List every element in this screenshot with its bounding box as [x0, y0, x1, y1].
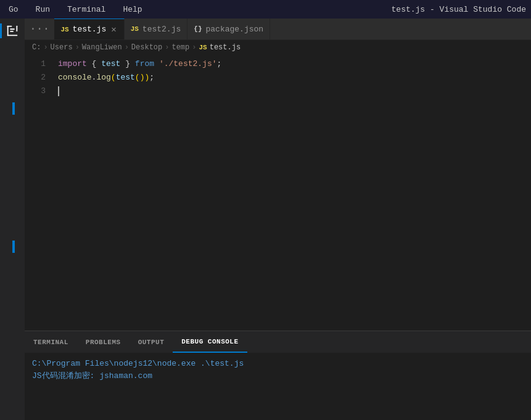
menu-run[interactable]: Run: [32, 4, 54, 15]
token-string: './test2.js': [159, 57, 217, 71]
token-paren3: ): [140, 71, 145, 84]
panel-content: C:\Program Files\nodejs12\node.exe .\tes…: [25, 353, 531, 420]
menu-help[interactable]: Help: [119, 4, 146, 15]
token-log: log: [96, 71, 110, 84]
main-container: ··· JS test.js ✕ JS test2.js {} package.…: [0, 19, 531, 420]
tab-test-js-close[interactable]: ✕: [110, 23, 117, 36]
text-cursor: [58, 86, 59, 96]
token-paren4: ): [144, 71, 149, 84]
tab-package-json-label: package.json: [205, 25, 263, 34]
tab-test-js[interactable]: JS test.js ✕: [54, 19, 124, 39]
token-semi2: ;: [149, 71, 154, 84]
debug-marker-2: [12, 241, 15, 253]
code-line-2: console . log ( test ( ) ) ;: [58, 71, 531, 84]
breadcrumb-js-icon: JS: [199, 44, 207, 51]
menu-terminal[interactable]: Terminal: [64, 4, 109, 15]
token-from: from: [135, 57, 154, 71]
tab-package-json-icon: {}: [194, 25, 202, 33]
breadcrumb-c[interactable]: C:: [32, 43, 41, 52]
svg-rect-3: [16, 26, 17, 31]
line-numbers: 1 2 3: [25, 57, 56, 328]
code-content[interactable]: import { test } from './test2.js' ; cons…: [56, 57, 531, 328]
breadcrumb-sep3: ›: [125, 43, 129, 52]
activity-bar: [0, 19, 25, 420]
breadcrumb-users[interactable]: Users: [51, 43, 73, 52]
console-text-1: C:\Program Files\nodejs12\node.exe .\tes…: [32, 359, 244, 368]
tab-package-json[interactable]: {} package.json: [187, 19, 270, 39]
token-paren2: (: [135, 71, 140, 84]
panel-tab-debug-console[interactable]: DEBUG CONSOLE: [173, 331, 247, 353]
activity-explorer-icon[interactable]: [5, 23, 20, 38]
svg-rect-5: [10, 31, 13, 32]
svg-rect-2: [7, 35, 18, 36]
token-brace-open: {: [87, 57, 101, 71]
tabs-overflow-button[interactable]: ···: [25, 19, 54, 39]
breadcrumb-wangliwen[interactable]: WangLiwen: [82, 43, 122, 52]
panel-tab-problems[interactable]: PROBLEMS: [77, 331, 130, 353]
panel-tabs: TERMINAL PROBLEMS OUTPUT DEBUG CONSOLE: [25, 331, 531, 353]
token-test-call: test: [116, 71, 135, 84]
line-num-2: 2: [25, 71, 46, 84]
breadcrumb-sep4: ›: [165, 43, 169, 52]
breadcrumb-sep2: ›: [75, 43, 80, 52]
token-import: import: [58, 57, 87, 71]
token-brace-close: }: [120, 57, 134, 71]
console-text-2: JS代码混淆加密: jshaman.com: [32, 371, 152, 381]
console-line-1: C:\Program Files\nodejs12\node.exe .\tes…: [32, 358, 524, 370]
panel-tab-output[interactable]: OUTPUT: [130, 331, 173, 353]
breadcrumb-sep1: ›: [43, 43, 47, 52]
tab-test-js-icon: JS: [60, 26, 68, 33]
breadcrumb-desktop[interactable]: Desktop: [131, 43, 162, 52]
breadcrumb-sep5: ›: [192, 43, 196, 52]
token-test-ident: test: [101, 57, 120, 71]
token-paren1: (: [111, 71, 116, 84]
token-console: console: [58, 71, 92, 84]
svg-rect-1: [7, 26, 9, 36]
panel-area: TERMINAL PROBLEMS OUTPUT DEBUG CONSOLE C…: [25, 331, 531, 420]
editor-area: ··· JS test.js ✕ JS test2.js {} package.…: [25, 19, 531, 420]
debug-marker-1: [12, 102, 15, 115]
console-line-2: JS代码混淆加密: jshaman.com: [32, 370, 524, 382]
tab-test2-js-label: test2.js: [142, 25, 181, 34]
line-num-3: 3: [25, 84, 46, 98]
code-line-3: [58, 84, 531, 98]
window-title: test.js - Visual Studio Code: [392, 5, 526, 14]
breadcrumb-temp[interactable]: temp: [171, 43, 189, 52]
svg-rect-4: [10, 28, 14, 30]
tab-test2-js[interactable]: JS test2.js: [125, 19, 188, 39]
token-space: [154, 57, 159, 71]
tab-test-js-label: test.js: [73, 25, 107, 34]
line-num-1: 1: [25, 57, 46, 71]
token-semi1: ;: [217, 57, 222, 71]
code-line-1: import { test } from './test2.js' ;: [58, 57, 531, 71]
menu-go[interactable]: Go: [5, 4, 22, 15]
tab-test2-js-icon: JS: [131, 25, 139, 33]
tabs-bar: ··· JS test.js ✕ JS test2.js {} package.…: [25, 19, 531, 40]
breadcrumb: C: › Users › WangLiwen › Desktop › temp …: [25, 40, 531, 55]
menubar: Go Run Terminal Help test.js - Visual St…: [0, 0, 531, 19]
code-editor[interactable]: 1 2 3 import { test } from './test2.js' …: [25, 55, 531, 331]
breadcrumb-filename[interactable]: test.js: [210, 43, 241, 52]
token-dot: .: [92, 71, 97, 84]
panel-tab-terminal[interactable]: TERMINAL: [25, 331, 77, 353]
